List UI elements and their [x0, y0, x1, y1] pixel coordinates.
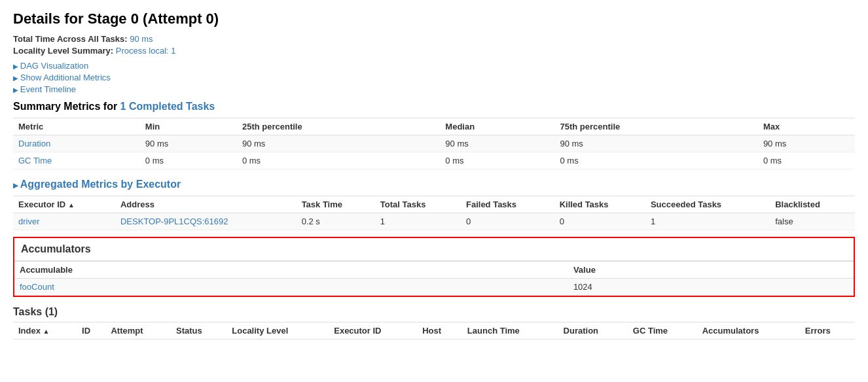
metric-name-cell: Duration [13, 135, 140, 152]
table-row: GC Time0 ms0 ms0 ms0 ms0 ms [13, 152, 855, 169]
table-row: Duration90 ms90 ms90 ms90 ms90 ms [13, 135, 855, 152]
aggregated-metrics-heading[interactable]: Aggregated Metrics by Executor [13, 179, 855, 190]
completed-tasks-link[interactable]: 1 Completed Tasks [120, 101, 215, 112]
metric-value-cell: 90 ms [140, 135, 237, 152]
agg-col-blacklisted: Blacklisted [770, 196, 855, 213]
page-title: Details for Stage 0 (Attempt 0) [13, 10, 855, 27]
task-col-errors: Errors [800, 322, 855, 339]
task-col-executor-id: Executor ID [329, 322, 417, 339]
task-col-duration: Duration [558, 322, 628, 339]
task-col-launch-time: Launch Time [462, 322, 558, 339]
summary-metrics-heading: Summary Metrics for 1 Completed Tasks [13, 101, 855, 113]
failed-tasks-cell: 0 [461, 213, 554, 230]
accumulators-section: Accumulators Accumulable Value fooCount1… [13, 237, 855, 297]
col-p25: 25th percentile [237, 118, 440, 135]
task-time-cell: 0.2 s [297, 213, 375, 230]
task-col-index[interactable]: Index ▲ [13, 322, 77, 339]
total-tasks-cell: 1 [375, 213, 461, 230]
event-timeline-link[interactable]: Event Timeline [13, 84, 855, 94]
table-row: driverDESKTOP-9PL1CQS:616920.2 s1001fals… [13, 213, 855, 230]
metric-name-cell: GC Time [13, 152, 140, 169]
task-col-accumulators: Accumulators [697, 322, 800, 339]
address-cell[interactable]: DESKTOP-9PL1CQS:61692 [115, 213, 297, 230]
acc-col-accumulable: Accumulable [14, 262, 568, 279]
col-max: Max [758, 118, 855, 135]
show-additional-metrics-link[interactable]: Show Additional Metrics [13, 73, 855, 82]
col-min: Min [140, 118, 237, 135]
agg-col-address: Address [115, 196, 297, 213]
accumulators-table: Accumulable Value fooCount1024 [14, 261, 854, 296]
acc-col-value: Value [568, 262, 854, 279]
killed-tasks-cell: 0 [554, 213, 645, 230]
agg-col-executor-id[interactable]: Executor ID ▲ [13, 196, 115, 213]
metric-value-cell: 90 ms [237, 135, 440, 152]
metric-value-cell: 90 ms [554, 135, 757, 152]
metric-value-cell: 90 ms [758, 135, 855, 152]
agg-col-total-tasks: Total Tasks [375, 196, 461, 213]
summary-metrics-table: Metric Min 25th percentile Median 75th p… [13, 118, 855, 169]
col-p75: 75th percentile [554, 118, 757, 135]
agg-col-task-time: Task Time [297, 196, 375, 213]
tasks-table: Index ▲ ID Attempt Status Locality Level… [13, 322, 855, 339]
agg-col-killed-tasks: Killed Tasks [554, 196, 645, 213]
task-col-status: Status [171, 322, 226, 339]
total-time-meta: Total Time Across All Tasks: 90 ms [13, 34, 855, 44]
task-col-host: Host [417, 322, 462, 339]
col-median: Median [440, 118, 554, 135]
metric-value-cell: 90 ms [440, 135, 554, 152]
metric-value-cell: 0 ms [554, 152, 757, 169]
accumulators-title: Accumulators [14, 238, 854, 261]
col-metric: Metric [13, 118, 140, 135]
agg-col-succeeded-tasks: Succeeded Tasks [645, 196, 770, 213]
metric-value-cell: 0 ms [758, 152, 855, 169]
agg-col-failed-tasks: Failed Tasks [461, 196, 554, 213]
task-col-id: ID [77, 322, 105, 339]
executor-id-cell[interactable]: driver [13, 213, 115, 230]
nav-links: DAG Visualization Show Additional Metric… [13, 61, 855, 94]
succeeded-tasks-cell: 1 [645, 213, 770, 230]
task-col-attempt: Attempt [105, 322, 171, 339]
metric-value-cell: 0 ms [440, 152, 554, 169]
blacklisted-cell: false [770, 213, 855, 230]
accumulable-cell[interactable]: fooCount [14, 279, 568, 296]
task-col-gc-time: GC Time [628, 322, 697, 339]
task-col-locality: Locality Level [226, 322, 329, 339]
tasks-heading: Tasks (1) [13, 306, 855, 318]
locality-meta: Locality Level Summary: Process local: 1 [13, 46, 855, 56]
dag-visualization-link[interactable]: DAG Visualization [13, 61, 855, 71]
accumulator-value-cell: 1024 [568, 279, 854, 296]
metric-value-cell: 0 ms [237, 152, 440, 169]
aggregated-metrics-table: Executor ID ▲ Address Task Time Total Ta… [13, 196, 855, 230]
table-row: fooCount1024 [14, 279, 854, 296]
metric-value-cell: 0 ms [140, 152, 237, 169]
